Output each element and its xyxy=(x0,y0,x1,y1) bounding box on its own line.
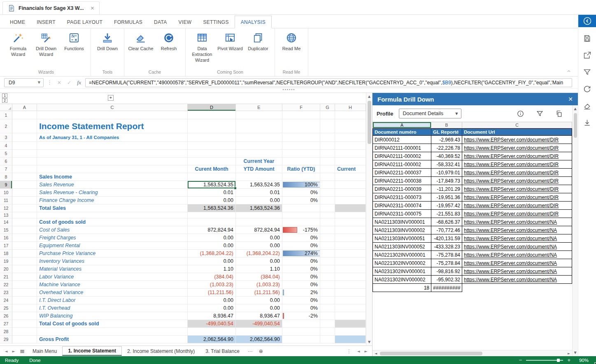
cell-H4[interactable] xyxy=(335,142,366,150)
cell-H12[interactable] xyxy=(335,204,366,212)
cell-E10[interactable]: 0.01 xyxy=(236,189,282,197)
cell-A22[interactable] xyxy=(12,281,37,289)
document-tab[interactable]: Financials for Sage X3 W... ✕ xyxy=(2,1,100,14)
gl-amount[interactable]: -98,816.92 xyxy=(431,267,462,276)
cell-H18[interactable] xyxy=(335,250,366,257)
row-header-21[interactable]: 21 xyxy=(0,273,12,281)
document-url-link[interactable]: https://www.ERPServer.com/document/NA xyxy=(462,267,572,276)
gl-amount[interactable]: -420,131.59 xyxy=(431,234,462,243)
cell-A17[interactable] xyxy=(12,242,37,250)
cell-C25[interactable]: I.T. Overhead xyxy=(37,304,188,312)
cell-A1[interactable] xyxy=(12,111,37,119)
formula-bar-handle-icon[interactable]: ⋮ xyxy=(46,79,53,86)
cell-F2[interactable] xyxy=(282,119,320,133)
cell-F23[interactable]: 2% xyxy=(282,289,320,297)
cell-F19[interactable]: 0% xyxy=(282,257,320,265)
insert-function-icon[interactable]: fx xyxy=(75,79,83,86)
cell-G23[interactable] xyxy=(320,289,335,297)
cell-H8[interactable] xyxy=(335,173,366,181)
gl-amount[interactable]: -75,278.84 xyxy=(431,259,462,267)
document-number[interactable]: DIRNA02211-000039 xyxy=(372,185,431,193)
row-header-4[interactable]: 4 xyxy=(0,142,12,150)
cell-G21[interactable] xyxy=(320,273,335,281)
sheet-tab-2-income-statement-monthly[interactable]: 2. Income Statement (Monthly) xyxy=(122,347,200,356)
row-header-7[interactable]: 7 xyxy=(0,165,12,173)
cell-A24[interactable] xyxy=(12,297,37,304)
cell-A2[interactable] xyxy=(12,119,37,133)
info-icon[interactable] xyxy=(517,110,524,118)
cell-G18[interactable] xyxy=(320,250,335,257)
cell-F29[interactable] xyxy=(282,336,320,343)
cell-A29[interactable] xyxy=(12,336,37,343)
column-header-E[interactable]: E xyxy=(236,104,282,111)
cell-G12[interactable] xyxy=(320,204,335,212)
filter-button[interactable] xyxy=(582,66,593,78)
collapse-panel-button[interactable] xyxy=(578,15,596,27)
cell-C24[interactable]: I.T. Direct Labor xyxy=(37,297,188,304)
cell-E23[interactable]: (11,211.56) xyxy=(236,289,282,297)
cell-E27[interactable]: -499,040.54 xyxy=(236,320,282,328)
panel-horizontal-scrollbar[interactable]: ◄ ► xyxy=(372,350,572,356)
gl-amount[interactable]: -58,332.41 xyxy=(431,160,462,169)
cell-H5[interactable] xyxy=(335,150,366,158)
cell-E16[interactable]: 0.00 xyxy=(236,234,282,242)
row-header-22[interactable]: 22 xyxy=(0,281,12,289)
tabs-scroll-left-icon[interactable]: ◄ xyxy=(355,349,362,353)
gl-amount[interactable]: -95,902.32 xyxy=(431,276,462,284)
cell-E28[interactable] xyxy=(236,328,282,336)
cell-E12[interactable]: 1,563,524.36 xyxy=(236,204,282,212)
cell-F24[interactable]: 0% xyxy=(282,297,320,304)
panel-close-icon[interactable]: ✕ xyxy=(568,96,573,102)
vertical-scrollbar[interactable]: ▲ ▼ xyxy=(366,93,372,345)
zoom-in-icon[interactable]: + xyxy=(567,357,570,363)
row-header-10[interactable]: 10 xyxy=(0,189,12,197)
cell-H24[interactable] xyxy=(335,297,366,304)
cell-G4[interactable] xyxy=(320,142,335,150)
cell-A6[interactable] xyxy=(12,158,37,165)
document-url-link[interactable]: https://www.ERPServer.com/document/NA xyxy=(462,276,572,284)
ribbon-tab-insert[interactable]: INSERT xyxy=(31,16,61,28)
panel-hscroll-track[interactable] xyxy=(379,350,566,356)
cell-C29[interactable]: Gross Profit xyxy=(37,336,188,343)
document-number[interactable]: DIRNA02211-000037 xyxy=(372,169,431,177)
cell-D18[interactable]: (1,368,204.22) xyxy=(188,250,236,257)
cell-G10[interactable] xyxy=(320,189,335,197)
cell-C14[interactable]: Cost of goods sold xyxy=(37,218,188,226)
row-header-8[interactable]: 8 xyxy=(0,173,12,181)
cell-G13[interactable] xyxy=(320,212,335,218)
cell-D3[interactable] xyxy=(188,133,236,142)
cell-F28[interactable] xyxy=(282,328,320,336)
panel-scroll-up-icon[interactable]: ▲ xyxy=(574,105,576,112)
cell-E22[interactable]: (1,003.23) xyxy=(236,281,282,289)
document-close-icon[interactable]: ✕ xyxy=(90,5,94,11)
cell-G16[interactable] xyxy=(320,234,335,242)
cell-G15[interactable] xyxy=(320,226,335,234)
ribbon-tab-analysis[interactable]: ANALYSIS xyxy=(235,16,272,28)
panel-scroll-right-icon[interactable]: ► xyxy=(566,352,572,355)
cell-D10[interactable]: 0.01 xyxy=(188,189,236,197)
cell-F26[interactable]: -2% xyxy=(282,312,320,320)
cell-C3[interactable]: As of January 31, 1 - All Companies xyxy=(37,133,188,142)
cell-D25[interactable]: 0.00 xyxy=(188,304,236,312)
cell-F5[interactable] xyxy=(282,150,320,158)
sheet-more-button[interactable]: ··· xyxy=(245,348,256,354)
cell-H25[interactable] xyxy=(335,304,366,312)
document-number[interactable]: DIRNA02111-000002 xyxy=(372,152,431,160)
cell-D20[interactable]: 1.10 xyxy=(188,265,236,273)
document-number[interactable]: DIRNA02111-000001 xyxy=(372,144,431,152)
cell-C9[interactable]: Sales Revenue xyxy=(37,181,188,189)
panel-hscroll-thumb[interactable] xyxy=(380,352,482,355)
cell-D15[interactable]: 872,824.94 xyxy=(188,226,236,234)
panel-column-header-A[interactable]: A xyxy=(372,122,431,128)
cell-F9[interactable]: 100% xyxy=(282,181,320,189)
row-header-3[interactable]: 3 xyxy=(0,133,12,142)
share-button[interactable] xyxy=(582,49,593,61)
cell-G9[interactable] xyxy=(320,181,335,189)
confirm-entry-icon[interactable]: ✓ xyxy=(65,80,73,86)
cell-G5[interactable] xyxy=(320,150,335,158)
cell-G8[interactable] xyxy=(320,173,335,181)
cell-D16[interactable]: 0.00 xyxy=(188,234,236,242)
cell-D28[interactable] xyxy=(188,328,236,336)
document-url-link[interactable]: https://www.ERPServer.com/document/NA xyxy=(462,234,572,243)
column-header-G[interactable]: G xyxy=(320,104,335,111)
